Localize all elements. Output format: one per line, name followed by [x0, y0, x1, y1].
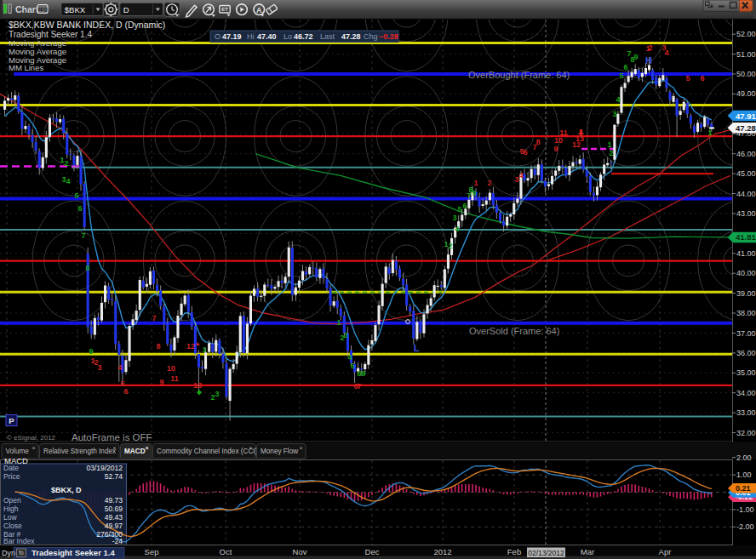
svg-text:45.00: 45.00	[736, 169, 756, 178]
svg-text:$BKX, D: $BKX, D	[51, 486, 82, 494]
svg-text:Relative Strength Index: Relative Strength Index	[43, 448, 116, 455]
svg-text:5: 5	[685, 74, 690, 83]
svg-text:-24: -24	[112, 537, 123, 545]
svg-text:9: 9	[361, 369, 365, 378]
svg-text:47.91: 47.91	[736, 111, 756, 121]
svg-text:02/13/2012: 02/13/2012	[528, 549, 564, 557]
svg-text:2: 2	[64, 159, 68, 168]
svg-text:Date: Date	[3, 464, 19, 472]
svg-text:Last: Last	[320, 32, 335, 41]
svg-text:Chg: Chg	[364, 32, 378, 41]
svg-text:Volume: Volume	[6, 448, 30, 455]
svg-text:4: 4	[66, 177, 70, 185]
svg-text:SEQ: SEQ	[37, 7, 48, 12]
svg-text:A: A	[256, 6, 262, 14]
svg-text:1: 1	[336, 318, 341, 327]
svg-text:$BKX,KBW BANK INDEX, D (Dynami: $BKX,KBW BANK INDEX, D (Dynamic)	[9, 20, 165, 30]
svg-text:×: ×	[146, 445, 149, 451]
svg-text:MM Lines: MM Lines	[9, 63, 43, 72]
svg-text:1: 1	[473, 179, 478, 187]
svg-text:52.74: 52.74	[105, 472, 123, 481]
svg-text:8: 8	[156, 342, 160, 351]
svg-text:44.00: 44.00	[736, 190, 756, 198]
svg-text:2: 2	[609, 149, 613, 157]
svg-text:2.00: 2.00	[736, 453, 752, 462]
svg-text:6: 6	[462, 202, 467, 210]
svg-text:Chart: Chart	[15, 4, 39, 14]
svg-text:Low: Low	[3, 513, 17, 522]
svg-text:3: 3	[612, 110, 616, 118]
svg-text:O: O	[215, 32, 220, 41]
svg-text:High: High	[3, 505, 19, 513]
svg-text:ET: ET	[221, 7, 228, 12]
svg-text:49.73: 49.73	[105, 496, 123, 505]
svg-text:47.40: 47.40	[257, 32, 277, 41]
svg-text:1: 1	[202, 345, 206, 354]
svg-text:8: 8	[536, 138, 540, 146]
svg-text:38.00: 38.00	[736, 309, 756, 317]
svg-text:4: 4	[347, 353, 352, 362]
svg-text:43.00: 43.00	[736, 209, 756, 218]
svg-text:OverBought (Frame: 64): OverBought (Frame: 64)	[468, 70, 570, 80]
svg-text:Money Flow: Money Flow	[261, 448, 298, 455]
svg-text:52.00: 52.00	[736, 30, 756, 38]
svg-text:MACD: MACD	[124, 448, 146, 455]
svg-text:47.28: 47.28	[736, 123, 756, 133]
svg-text:Apr: Apr	[659, 547, 672, 556]
svg-text:10: 10	[554, 136, 563, 145]
svg-text:9: 9	[89, 347, 93, 356]
svg-text:34.00: 34.00	[736, 389, 756, 397]
svg-text:6: 6	[123, 387, 128, 396]
svg-text:×: ×	[249, 445, 253, 451]
svg-text:50.00: 50.00	[736, 70, 756, 78]
svg-text:11: 11	[170, 374, 179, 383]
svg-text:50.69: 50.69	[105, 505, 123, 513]
svg-text:7: 7	[152, 314, 156, 322]
svg-text:1: 1	[707, 128, 712, 137]
svg-text:37.00: 37.00	[736, 329, 756, 338]
svg-text:-2.00: -2.00	[736, 522, 754, 531]
svg-text:Sep: Sep	[145, 547, 159, 556]
svg-text:4: 4	[117, 363, 122, 372]
svg-text:47.28: 47.28	[341, 32, 361, 41]
svg-text:47.19: 47.19	[222, 32, 242, 41]
svg-text:H: H	[645, 55, 652, 66]
svg-text:49.97: 49.97	[105, 522, 123, 530]
svg-text:4: 4	[664, 48, 668, 57]
svg-text:9: 9	[553, 145, 558, 153]
svg-text:Mar: Mar	[581, 547, 594, 556]
svg-text:0.21: 0.21	[736, 484, 751, 493]
svg-text:9: 9	[633, 53, 638, 61]
svg-text:fo: fo	[19, 550, 24, 556]
svg-text:AutoFrame is OFF: AutoFrame is OFF	[72, 432, 152, 442]
svg-text:3: 3	[452, 214, 456, 222]
svg-text:1: 1	[607, 140, 611, 149]
svg-text:41.00: 41.00	[736, 249, 756, 258]
svg-text:3: 3	[97, 363, 101, 372]
svg-text:4: 4	[455, 225, 459, 233]
svg-text:Close: Close	[3, 522, 22, 530]
svg-text:Price: Price	[3, 472, 20, 481]
svg-text:9: 9	[159, 378, 163, 386]
svg-text:9: 9	[472, 189, 476, 197]
svg-text:36.00: 36.00	[736, 349, 756, 357]
svg-text:Dyn: Dyn	[2, 549, 15, 557]
svg-text:L: L	[414, 343, 420, 353]
svg-text:Dec: Dec	[365, 547, 380, 556]
svg-text:Hi: Hi	[247, 32, 255, 41]
svg-text:−0.28: −0.28	[379, 32, 398, 41]
svg-text:10: 10	[167, 364, 175, 373]
svg-text:2: 2	[648, 43, 652, 52]
svg-text:5: 5	[350, 362, 354, 370]
svg-text:Lo: Lo	[284, 32, 292, 41]
svg-text:6: 6	[700, 74, 704, 83]
svg-text:39.00: 39.00	[736, 289, 756, 298]
svg-text:40.00: 40.00	[736, 269, 756, 277]
svg-text:© eSignal, 2012: © eSignal, 2012	[7, 434, 56, 442]
svg-text:6: 6	[77, 204, 82, 213]
svg-text:13: 13	[576, 134, 584, 143]
svg-text:7: 7	[357, 382, 361, 391]
svg-text:Feb: Feb	[507, 547, 521, 556]
svg-text:Nov: Nov	[293, 547, 307, 556]
svg-text:1.00: 1.00	[736, 471, 752, 479]
